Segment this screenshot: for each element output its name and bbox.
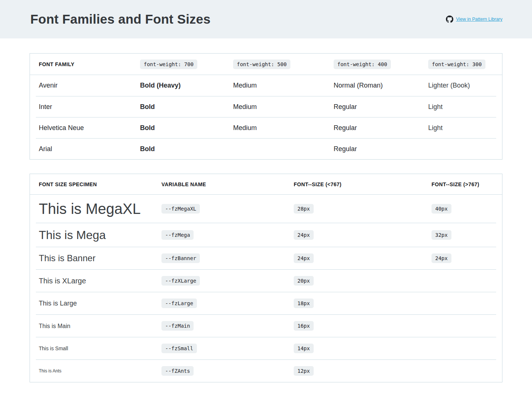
variable-name-badge: --fZAnts (161, 366, 194, 376)
size-specimen-text: This is Ants (39, 368, 161, 374)
weight-400-sample: Regular (334, 145, 428, 153)
font-family-table-header: FONT FAMILY font-weight: 700 font-weight… (30, 54, 502, 75)
table-row: This is Mega --fzMega 24px 32px (36, 223, 496, 247)
column-header-size-large: FONT--SIZE (>767) (432, 181, 493, 187)
variable-name-badge: --fzBanner (161, 253, 200, 263)
column-header-variable-name: VARIABLE NAME (161, 181, 294, 187)
table-row: This is Large --fzLarge 18px (36, 292, 496, 314)
table-row: Avenir Bold (Heavy) Medium Normal (Roman… (36, 75, 496, 96)
size-specimen-text: This is Large (39, 299, 161, 308)
font-family-rows: Avenir Bold (Heavy) Medium Normal (Roman… (36, 75, 496, 159)
table-row: Inter Bold Medium Regular Light (36, 96, 496, 117)
weight-500-sample: Medium (233, 103, 334, 111)
size-small-badge: 16px (294, 321, 314, 331)
column-header-weight-700-badge: font-weight: 700 (140, 59, 197, 69)
table-row: This is MegaXL --fzMegaXL 28px 40px (36, 195, 496, 223)
size-small-badge: 24px (294, 253, 314, 263)
size-large-badge: 32px (432, 230, 451, 240)
pattern-library-link-group[interactable]: View in Pattern Library (446, 16, 502, 23)
variable-name-badge: --fzSmall (161, 344, 197, 353)
variable-name-badge: --fzMega (161, 230, 194, 240)
page-header: Font Families and Font Sizes View in Pat… (0, 0, 532, 38)
weight-300-sample: Light (428, 124, 493, 132)
size-specimen-text: This is Small (39, 345, 161, 352)
font-family-name: Arial (39, 145, 140, 153)
table-row: This is Small --fzSmall 14px (36, 337, 496, 359)
variable-name-badge: --fzLarge (161, 299, 197, 308)
variable-name-badge: --fzXLarge (161, 276, 200, 286)
table-row: This is Banner --fzBanner 24px 24px (36, 247, 496, 269)
table-row: This is Ants --fZAnts 12px (36, 359, 496, 382)
size-specimen-text: This is MegaXL (39, 198, 161, 219)
size-specimen-text: This is XLarge (39, 276, 161, 286)
size-specimen-text: This is Main (39, 322, 161, 330)
weight-500-sample: Medium (233, 82, 334, 89)
font-family-table: FONT FAMILY font-weight: 700 font-weight… (30, 53, 502, 160)
column-header-weight-500-badge: font-weight: 500 (233, 59, 290, 69)
column-header-font-family: FONT FAMILY (39, 61, 140, 67)
weight-700-sample: Bold (Heavy) (140, 82, 233, 89)
size-large-badge: 24px (432, 253, 451, 263)
table-row: Helvetica Neue Bold Medium Regular Light (36, 117, 496, 138)
weight-400-sample: Normal (Roman) (334, 82, 428, 89)
size-large-badge: 40px (432, 204, 451, 214)
font-size-table: FONT SIZE SPECIMEN VARIABLE NAME FONT--S… (30, 174, 502, 382)
column-header-weight-400-badge: font-weight: 400 (334, 59, 391, 69)
font-family-name: Inter (39, 103, 140, 111)
font-size-table-header: FONT SIZE SPECIMEN VARIABLE NAME FONT--S… (30, 174, 502, 195)
size-specimen-text: This is Mega (39, 226, 161, 243)
table-row: Arial Bold Regular (36, 138, 496, 159)
font-family-name: Helvetica Neue (39, 124, 140, 132)
view-in-pattern-library-link[interactable]: View in Pattern Library (456, 17, 502, 22)
font-size-rows: This is MegaXL --fzMegaXL 28px 40px This… (36, 195, 496, 382)
column-header-specimen: FONT SIZE SPECIMEN (39, 181, 161, 187)
font-family-name: Avenir (39, 82, 140, 89)
weight-700-sample: Bold (140, 124, 233, 132)
weight-300-sample: Lighter (Book) (428, 82, 493, 89)
weight-700-sample: Bold (140, 145, 233, 153)
weight-300-sample: Light (428, 103, 493, 111)
weight-400-sample: Regular (334, 103, 428, 111)
size-small-badge: 18px (294, 299, 314, 308)
github-icon (446, 16, 453, 23)
size-small-badge: 12px (294, 366, 314, 376)
table-row: This is Main --fzMain 16px (36, 314, 496, 337)
size-small-badge: 20px (294, 276, 314, 286)
column-header-size-small: FONT--SIZE (<767) (294, 181, 432, 187)
weight-700-sample: Bold (140, 103, 233, 111)
variable-name-badge: --fzMegaXL (161, 204, 200, 214)
size-specimen-text: This is Banner (39, 252, 161, 265)
size-small-badge: 14px (294, 344, 314, 353)
weight-500-sample: Medium (233, 124, 334, 132)
weight-400-sample: Regular (334, 124, 428, 132)
variable-name-badge: --fzMain (161, 321, 194, 331)
page-title: Font Families and Font Sizes (30, 12, 211, 27)
column-header-weight-300-badge: font-weight: 300 (428, 59, 485, 69)
size-small-badge: 24px (294, 230, 314, 240)
size-small-badge: 28px (294, 204, 314, 214)
table-row: This is XLarge --fzXLarge 20px (36, 269, 496, 292)
